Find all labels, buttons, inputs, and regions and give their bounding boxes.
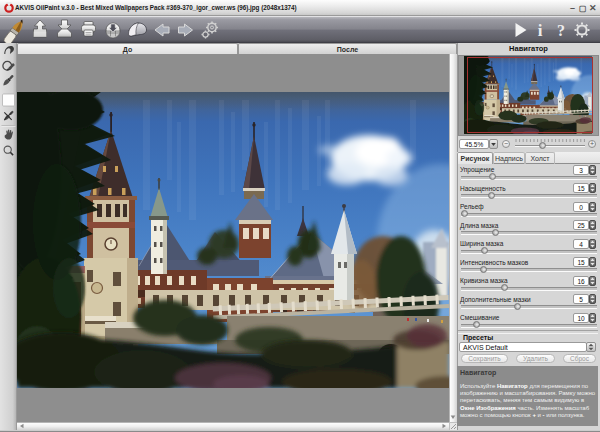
svg-text:?: ?	[557, 22, 565, 39]
svg-text:i: i	[538, 21, 543, 40]
